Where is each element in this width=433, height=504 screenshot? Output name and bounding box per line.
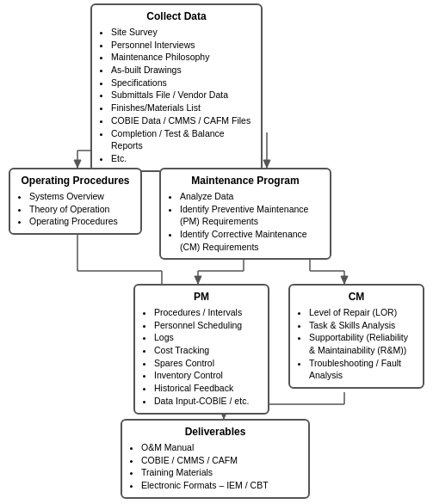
svg-marker-5 xyxy=(263,160,270,168)
svg-marker-9 xyxy=(195,276,201,284)
pm-list: Procedures / Intervals Personnel Schedul… xyxy=(142,306,261,408)
deliverables-title: Deliverables xyxy=(129,426,301,438)
svg-marker-3 xyxy=(74,160,81,168)
cm-list: Level of Repair (LOR) Task & Skills Anal… xyxy=(297,306,416,382)
diagram: Collect Data Site Survey Personnel Inter… xyxy=(0,0,433,504)
maintenance-program-list: Analyze Data Identify Preventive Mainten… xyxy=(168,190,323,253)
maintenance-program-box: Maintenance Program Analyze Data Identif… xyxy=(159,168,331,260)
operating-procedures-list: Systems Overview Theory of Operation Ope… xyxy=(17,190,133,228)
pm-title: PM xyxy=(142,291,261,303)
collect-data-list: Site Survey Personnel Interviews Mainten… xyxy=(99,26,254,165)
cm-box: CM Level of Repair (LOR) Task & Skills A… xyxy=(288,284,424,389)
deliverables-list: O&M Manual COBIE / CMMS / CAFM Training … xyxy=(129,441,301,492)
operating-procedures-title: Operating Procedures xyxy=(17,175,133,187)
svg-marker-13 xyxy=(341,276,348,284)
collect-data-box: Collect Data Site Survey Personnel Inter… xyxy=(90,3,263,172)
cm-title: CM xyxy=(297,291,416,303)
deliverables-box: Deliverables O&M Manual COBIE / CMMS / C… xyxy=(121,419,310,499)
collect-data-title: Collect Data xyxy=(99,10,254,22)
pm-box: PM Procedures / Intervals Personnel Sche… xyxy=(133,284,269,415)
maintenance-program-title: Maintenance Program xyxy=(168,175,323,187)
operating-procedures-box: Operating Procedures Systems Overview Th… xyxy=(9,168,142,235)
